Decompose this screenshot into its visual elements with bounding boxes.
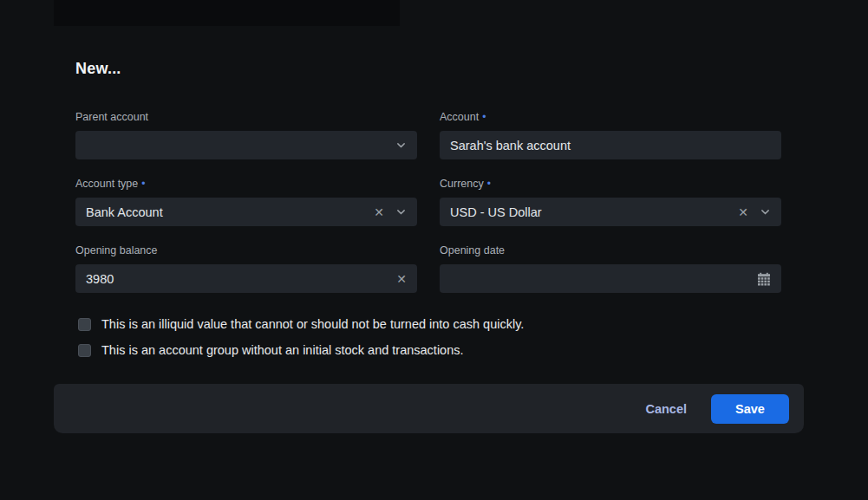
currency-select[interactable]: USD - US Dollar ✕ (440, 198, 781, 226)
top-strip (54, 0, 400, 26)
account-group-checkbox-label: This is an account group without an init… (101, 343, 464, 357)
account-type-label-text: Account type (75, 178, 138, 190)
clear-icon[interactable]: ✕ (396, 273, 407, 285)
parent-account-label: Parent account (75, 111, 148, 123)
illiquid-checkbox-label: This is an illiquid value that cannot or… (101, 317, 524, 331)
cancel-button[interactable]: Cancel (633, 395, 699, 423)
account-group-checkbox[interactable] (78, 344, 91, 357)
dialog-footer: Cancel Save (54, 384, 804, 433)
account-type-label: Account type• (75, 178, 145, 190)
opening-date-label: Opening date (440, 244, 505, 256)
calendar-icon[interactable] (757, 272, 771, 286)
clear-icon[interactable]: ✕ (738, 206, 748, 218)
account-input[interactable] (450, 139, 771, 153)
currency-label: Currency• (440, 178, 491, 190)
currency-value: USD - US Dollar (450, 205, 731, 219)
save-button[interactable]: Save (711, 394, 789, 424)
chevron-down-icon[interactable] (395, 206, 407, 218)
required-dot: • (482, 111, 486, 123)
required-dot: • (487, 178, 491, 190)
account-label-text: Account (440, 111, 479, 123)
opening-balance-input[interactable] (86, 272, 389, 286)
illiquid-checkbox-row: This is an illiquid value that cannot or… (78, 317, 524, 331)
chevron-down-icon[interactable] (395, 140, 407, 151)
opening-date-input[interactable] (450, 272, 750, 286)
account-type-select[interactable]: Bank Account ✕ (75, 198, 417, 226)
opening-date-label-text: Opening date (440, 244, 505, 256)
required-dot: • (141, 178, 145, 190)
account-label: Account• (440, 111, 486, 123)
opening-date-field[interactable] (440, 264, 781, 293)
opening-balance-label: Opening balance (75, 244, 158, 256)
currency-label-text: Currency (440, 178, 484, 190)
account-type-value: Bank Account (86, 205, 367, 219)
page-title: New... (75, 60, 121, 78)
parent-account-label-text: Parent account (75, 111, 148, 123)
opening-balance-field[interactable]: ✕ (75, 264, 417, 293)
account-field[interactable] (440, 131, 781, 159)
illiquid-checkbox[interactable] (78, 318, 91, 331)
clear-icon[interactable]: ✕ (374, 206, 384, 218)
parent-account-select[interactable] (75, 131, 417, 159)
account-group-checkbox-row: This is an account group without an init… (78, 343, 464, 357)
opening-balance-label-text: Opening balance (75, 244, 158, 256)
chevron-down-icon[interactable] (760, 206, 771, 218)
